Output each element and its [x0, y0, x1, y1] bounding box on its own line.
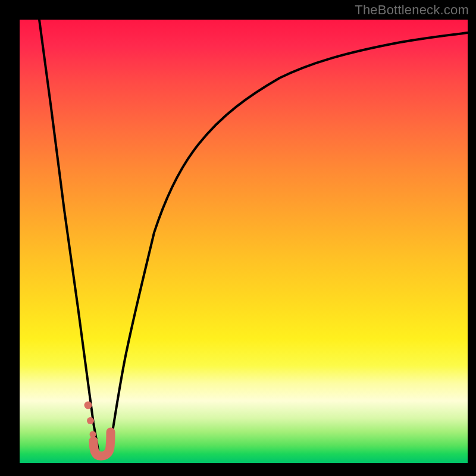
- marker-dot-1: [84, 402, 92, 409]
- watermark-text: TheBottleneck.com: [355, 2, 469, 18]
- chart-frame: TheBottleneck.com: [0, 0, 476, 476]
- marker-dot-2: [87, 417, 94, 424]
- left-branch-curve: [39, 20, 98, 450]
- right-branch-curve: [109, 33, 468, 450]
- chart-svg: [20, 20, 468, 463]
